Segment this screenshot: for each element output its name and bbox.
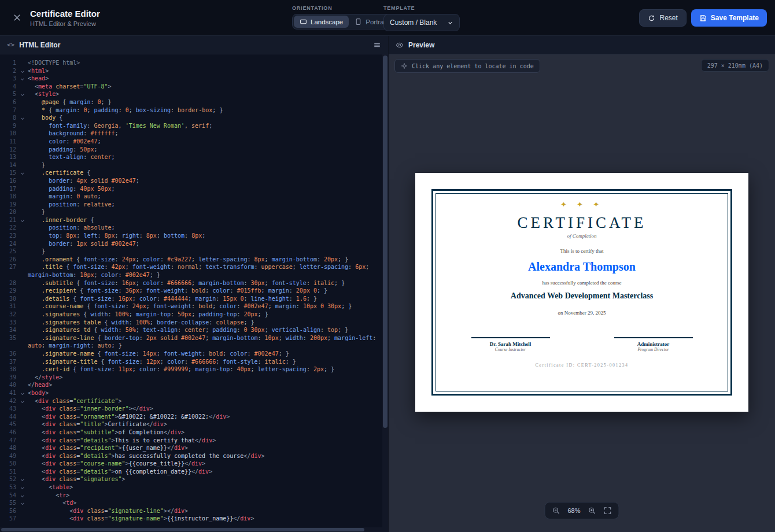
code-line-text[interactable]: color: #002e47; [28, 138, 388, 146]
code-line[interactable]: 8 body { [0, 114, 388, 122]
code-line-text[interactable]: </head> [28, 381, 388, 389]
code-line-text[interactable]: <div class="subtitle">of Completion</div… [28, 428, 388, 437]
code-line[interactable]: 46 <div class="subtitle">of Completion</… [0, 428, 388, 437]
code-line[interactable]: 52 <div class="signatures"> [0, 475, 388, 483]
code-line-text[interactable]: .cert-id { font-size: 11px; color: #9999… [28, 365, 388, 374]
signature-title[interactable]: Program Director [593, 347, 713, 352]
code-line-text[interactable]: <div class="signatures"> [28, 475, 388, 483]
code-line[interactable]: 14 } [0, 161, 388, 169]
certificate-border[interactable]: ✦ ✦ ✦ Certificate of Completion This is … [431, 189, 732, 396]
code-line-text[interactable]: .title { font-size: 42px; font-weight: n… [28, 263, 388, 279]
certificate-date-text[interactable]: on November 29, 2025 [439, 309, 725, 317]
code-line[interactable]: 57 <div class="signature-name">{{instruc… [0, 515, 388, 523]
certificate-page[interactable]: ✦ ✦ ✦ Certificate of Completion This is … [415, 173, 748, 412]
editor-horizontal-scrollbar[interactable] [0, 527, 382, 532]
code-line[interactable]: 16 border: 4px solid #002e47; [0, 177, 388, 185]
code-line-text[interactable]: border: 4px solid #002e47; [28, 177, 388, 185]
code-line-text[interactable]: <div class="inner-border"></div> [28, 405, 388, 413]
code-line-text[interactable]: <meta charset="UTF-8"> [28, 83, 388, 91]
save-template-button[interactable]: Save Template [691, 9, 767, 27]
close-button[interactable] [8, 9, 25, 27]
code-line[interactable]: 5 <style> [0, 90, 388, 98]
code-line-text[interactable]: .signature-name { font-size: 14px; font-… [28, 350, 388, 358]
code-line[interactable]: 7 * { margin: 0; padding: 0; box-sizing:… [0, 106, 388, 114]
certificate-completed-text[interactable]: has successfully completed the course [439, 279, 725, 287]
code-line[interactable]: 49 <div class="details">has successfully… [0, 452, 388, 460]
fullscreen-button[interactable] [601, 504, 614, 517]
code-line-text[interactable]: @page { margin: 0; } [28, 98, 388, 106]
fold-toggle-icon[interactable] [16, 397, 28, 405]
code-line[interactable]: 29 .recipient { font-size: 36px; font-we… [0, 287, 388, 295]
code-line-text[interactable]: <div class="details">This is to certify … [28, 437, 388, 445]
certificate-recipient-name[interactable]: Alexandra Thompson [439, 260, 725, 274]
certificate-title[interactable]: Certificate [439, 214, 725, 232]
code-line-text[interactable]: text-align: center; [28, 153, 388, 161]
code-line[interactable]: 41<body> [0, 389, 388, 397]
code-line[interactable]: 11 color: #002e47; [0, 138, 388, 146]
code-line-text[interactable]: <div class="recipient">{{user_name}}</di… [28, 444, 388, 452]
code-line-text[interactable]: <body> [28, 389, 388, 397]
code-line-text[interactable]: background: #ffffff; [28, 130, 388, 138]
template-select[interactable]: Custom / Blank [383, 14, 460, 31]
code-line[interactable]: 3<head> [0, 75, 388, 83]
code-line[interactable]: 51 <div class="details">on {{completion_… [0, 468, 388, 476]
fold-toggle-icon[interactable] [16, 499, 28, 507]
signature-name[interactable]: Dr. Sarah Mitchell [451, 341, 570, 347]
certificate-id[interactable]: Certificate ID: CERT-2025-001234 [439, 363, 725, 368]
code-line-text[interactable]: .signature-title { font-size: 12px; colo… [28, 358, 388, 366]
reset-button[interactable]: Reset [639, 9, 686, 27]
code-line-text[interactable]: .recipient { font-size: 36px; font-weigh… [28, 287, 388, 295]
code-line[interactable]: 17 padding: 40px 50px; [0, 185, 388, 193]
zoom-in-button[interactable] [586, 504, 599, 517]
code-line[interactable]: 36 .signature-name { font-size: 14px; fo… [0, 350, 388, 358]
code-line-text[interactable]: <div class="title">Certificate</div> [28, 420, 388, 428]
signature-title[interactable]: Course Instructor [451, 347, 570, 352]
code-line[interactable]: 37 .signature-title { font-size: 12px; c… [0, 358, 388, 366]
code-line[interactable]: 33 .signatures table { width: 100%; bord… [0, 319, 388, 327]
code-line[interactable]: 47 <div class="details">This is to certi… [0, 437, 388, 445]
code-line-text[interactable]: padding: 50px; [28, 146, 388, 154]
code-line-text[interactable]: <div class="details">has successfully co… [28, 452, 388, 460]
code-line-text[interactable]: .signature-line { border-top: 2px solid … [28, 334, 388, 350]
code-line-text[interactable]: * { margin: 0; padding: 0; box-sizing: b… [28, 106, 388, 114]
code-line[interactable]: 30 .details { font-size: 16px; color: #4… [0, 295, 388, 303]
code-line-text[interactable]: <div class="details">on {{completion_dat… [28, 468, 388, 476]
code-line-text[interactable]: .inner-border { [28, 216, 388, 224]
code-line-text[interactable]: .ornament { font-size: 24px; color: #c9a… [28, 256, 388, 264]
fold-toggle-icon[interactable] [16, 475, 28, 483]
fold-toggle-icon[interactable] [16, 90, 28, 98]
code-line-text[interactable]: .course-name { font-size: 24px; font-wei… [28, 302, 388, 311]
code-line-text[interactable]: position: relative; [28, 201, 388, 209]
code-line[interactable]: 50 <div class="course-name">{{course_tit… [0, 460, 388, 468]
code-line[interactable]: 55 <td> [0, 499, 388, 507]
fold-toggle-icon[interactable] [16, 114, 28, 122]
code-line[interactable]: 24 border: 1px solid #002e47; [0, 240, 388, 248]
code-line[interactable]: 54 <tr> [0, 492, 388, 500]
code-line[interactable]: 25 } [0, 247, 388, 256]
code-line-text[interactable]: <style> [28, 90, 388, 98]
signature-name[interactable]: Administrator [593, 341, 713, 347]
code-line[interactable]: 22 position: absolute; [0, 224, 388, 232]
code-line-text[interactable]: .signatures table { width: 100%; border-… [28, 319, 388, 327]
code-line[interactable]: 34 .signatures td { width: 50%; text-ali… [0, 326, 388, 334]
fold-toggle-icon[interactable] [16, 483, 28, 492]
code-line-text[interactable]: </style> [28, 374, 388, 382]
certificate-course-name[interactable]: Advanced Web Development Masterclass [439, 291, 725, 301]
code-line[interactable]: 20 } [0, 208, 388, 216]
fold-toggle-icon[interactable] [16, 389, 28, 397]
fold-toggle-icon[interactable] [16, 67, 28, 75]
code-line[interactable]: 1<!DOCTYPE html> [0, 59, 388, 67]
code-line[interactable]: 10 background: #ffffff; [0, 130, 388, 138]
code-line-text[interactable]: <!DOCTYPE html> [28, 59, 388, 67]
code-line-text[interactable]: .details { font-size: 16px; color: #4444… [28, 295, 388, 303]
code-line[interactable]: 9 font-family: Georgia, 'Times New Roman… [0, 122, 388, 130]
code-line[interactable]: 40</head> [0, 381, 388, 389]
signature-block-instructor[interactable]: Dr. Sarah Mitchell Course Instructor [439, 337, 582, 352]
code-line[interactable]: 48 <div class="recipient">{{user_name}}<… [0, 444, 388, 452]
code-editor[interactable]: 1<!DOCTYPE html>2<html>3<head>4 <meta ch… [0, 54, 388, 532]
locate-in-code-button[interactable]: Click any element to locate in code [394, 59, 540, 73]
code-line-text[interactable]: .subtitle { font-size: 16px; color: #666… [28, 279, 388, 287]
horizontal-scrollbar-thumb[interactable] [1, 528, 364, 531]
fold-toggle-icon[interactable] [16, 492, 28, 500]
code-line[interactable]: 21 .inner-border { [0, 216, 388, 224]
